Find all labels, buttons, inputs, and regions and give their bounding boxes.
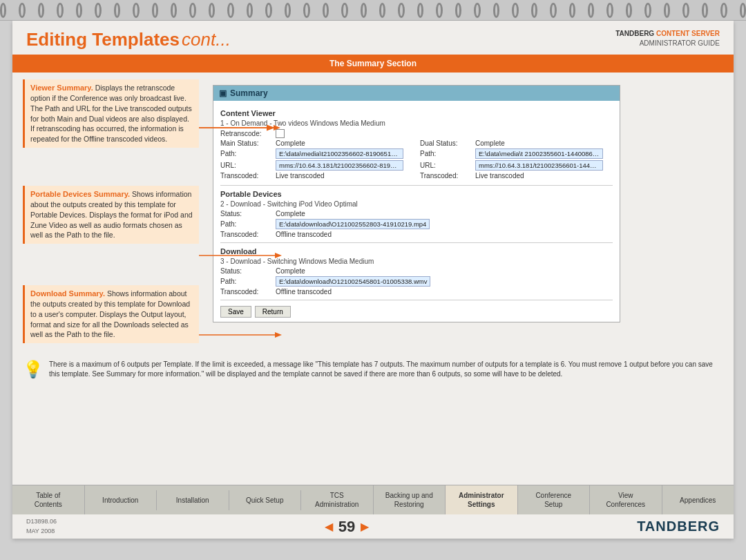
spiral-coil bbox=[76, 3, 82, 18]
spiral-coil bbox=[265, 3, 271, 18]
portable-devices-title: Portable Devices bbox=[220, 190, 613, 198]
page-footer: D13898.06 MAY 2008 ◀ 59 ▶ TANDBERG bbox=[12, 514, 734, 539]
main-transcoded-value: Live transcoded bbox=[276, 172, 325, 180]
nav-tab-backup[interactable]: Backing up andRestoring bbox=[374, 485, 446, 514]
download-transcoded-row: Transcoded: Offline transcoded bbox=[220, 288, 613, 296]
main-status-row: Main Status: Complete bbox=[220, 139, 413, 147]
spiral-coil bbox=[664, 3, 670, 18]
status-dual-row: Main Status: Complete Dual Status: Compl… bbox=[220, 139, 613, 148]
tip-section: 💡 There is a maximum of 6 outputs per Te… bbox=[23, 360, 723, 379]
main-transcoded-col: Transcoded: Live transcoded bbox=[220, 172, 413, 181]
spiral-coil bbox=[550, 3, 556, 18]
nav-tab-toc[interactable]: Table ofContents bbox=[12, 485, 85, 514]
nav-tab-install[interactable]: Installation bbox=[157, 490, 229, 510]
portable-transcoded-row: Transcoded: Offline transcoded bbox=[220, 231, 613, 238]
bottom-nav: Table ofContents Introduction Installati… bbox=[12, 485, 734, 514]
download-status-row: Status: Complete bbox=[220, 267, 613, 275]
dual-url-label: URL: bbox=[420, 162, 475, 169]
main-path-col: Path: E:\data\media\t21002356602-8190651… bbox=[220, 148, 413, 160]
spiral-coil bbox=[436, 3, 442, 18]
download-path-value: E:\data\download\O121002545801-01005338.… bbox=[276, 276, 430, 287]
spiral-coil bbox=[303, 3, 309, 18]
main-path-label: Path: bbox=[220, 150, 276, 157]
dual-status-value: Complete bbox=[475, 139, 505, 147]
main-path-row: Path: E:\data\media\t21002356602-8190651… bbox=[220, 148, 413, 159]
footer-doc: D13898.06 MAY 2008 bbox=[26, 517, 57, 536]
spiral-coil bbox=[644, 3, 651, 18]
spiral-coil bbox=[702, 3, 708, 18]
dual-transcoded-value: Live transcoded bbox=[475, 172, 524, 180]
spiral-coil bbox=[285, 3, 291, 18]
summary-box-title: Summary bbox=[230, 88, 268, 98]
spiral-coil bbox=[152, 3, 158, 18]
portable-transcoded-label: Transcoded: bbox=[220, 231, 276, 238]
spiral-coil bbox=[171, 3, 177, 18]
page-title: Editing Templates cont... bbox=[26, 29, 231, 50]
content-viewer-title: Content Viewer bbox=[220, 109, 613, 117]
path-dual-row: Path: E:\data\media\t21002356602-8190651… bbox=[220, 148, 613, 160]
main-transcoded-label: Transcoded: bbox=[220, 172, 276, 180]
spiral-coil bbox=[189, 3, 195, 18]
download-path-row: Path: E:\data\download\O121002545801-010… bbox=[220, 276, 613, 287]
retranscode-label: Retranscode: bbox=[220, 130, 276, 137]
retranscode-checkbox[interactable] bbox=[276, 129, 285, 138]
save-button[interactable]: Save bbox=[220, 306, 251, 318]
dual-status-col: Dual Status: Complete bbox=[420, 139, 613, 148]
next-page-icon[interactable]: ▶ bbox=[361, 520, 369, 533]
portable-transcoded-value: Offline transcoded bbox=[276, 231, 332, 238]
portable-devices-sub: 2 - Download - Switching iPod Video Opti… bbox=[220, 200, 613, 208]
portable-summary-section: Portable Devices Summary. Shows informat… bbox=[23, 186, 199, 244]
nav-tab-quicksetup[interactable]: Quick Setup bbox=[229, 490, 302, 510]
main-url-row: URL: mms://10.64.3.181/t21002356602-8190… bbox=[220, 160, 413, 171]
prev-page-icon[interactable]: ◀ bbox=[325, 520, 333, 533]
spiral-coil bbox=[379, 3, 385, 18]
download-transcoded-label: Transcoded: bbox=[220, 288, 276, 296]
spiral-coil bbox=[95, 3, 101, 18]
spiral-coil bbox=[57, 3, 63, 18]
collapse-icon[interactable]: ▣ bbox=[219, 88, 227, 98]
spiral-coil bbox=[361, 3, 367, 18]
spiral-coil bbox=[455, 3, 461, 18]
spiral-coil bbox=[133, 3, 139, 18]
spiral-coil bbox=[512, 3, 518, 18]
page-number: 59 bbox=[338, 518, 355, 536]
right-panel: ▣ Summary Content Viewer 1 - On Demand -… bbox=[209, 73, 734, 354]
nav-tab-view[interactable]: ViewConferences bbox=[590, 485, 662, 514]
portable-path-row: Path: E:\data\download\O121002552803-419… bbox=[220, 219, 613, 229]
nav-tab-tcs[interactable]: TCSAdministration bbox=[301, 485, 374, 514]
url-dual-row: URL: mms://10.64.3.181/t21002356602-8190… bbox=[220, 160, 613, 172]
section-title-text: The Summary Section bbox=[329, 59, 417, 68]
footer-doc-number: D13898.06 bbox=[26, 518, 57, 525]
spiral-binding bbox=[0, 0, 746, 21]
spiral-coil bbox=[720, 3, 727, 18]
dual-url-col: URL: mms://10.64.3.181/t21002356601-1440… bbox=[420, 160, 613, 172]
main-path-value: E:\data\media\t21002356602-81906519.wmv bbox=[276, 148, 403, 159]
spiral-coil bbox=[417, 3, 423, 18]
dual-transcoded-row: Transcoded: Live transcoded bbox=[420, 172, 613, 180]
return-button[interactable]: Return bbox=[255, 306, 291, 318]
nav-tab-conference[interactable]: ConferenceSetup bbox=[518, 485, 591, 514]
spiral-coil bbox=[19, 3, 25, 18]
spiral-coil bbox=[588, 3, 594, 18]
portable-summary-title: Portable Devices Summary. bbox=[30, 190, 130, 198]
viewer-summary-body: Viewer Summary. Displays the retranscode… bbox=[30, 83, 193, 144]
spiral-coil bbox=[0, 3, 6, 18]
download-transcoded-value: Offline transcoded bbox=[276, 288, 332, 296]
dual-url-row: URL: mms://10.64.3.181/t21002356601-1440… bbox=[420, 160, 613, 171]
brand-content-server: CONTENT SERVER bbox=[656, 30, 720, 37]
spiral-coil bbox=[569, 3, 575, 18]
spiral-coil bbox=[740, 3, 746, 18]
spiral-coil bbox=[682, 3, 689, 18]
portable-summary-body: Portable Devices Summary. Shows informat… bbox=[30, 189, 193, 240]
nav-tab-appendices[interactable]: Appendices bbox=[662, 490, 734, 510]
action-buttons-row: Save Return bbox=[220, 306, 613, 318]
nav-tab-admin[interactable]: AdministratorSettings bbox=[446, 485, 518, 514]
left-panel: Viewer Summary. Displays the retranscode… bbox=[12, 73, 209, 354]
dual-transcoded-label: Transcoded: bbox=[420, 172, 475, 180]
main-status-label: Main Status: bbox=[220, 139, 276, 147]
main-status-value: Complete bbox=[276, 139, 305, 147]
page-title-main: Editing Templates bbox=[26, 29, 180, 50]
portable-status-value: Complete bbox=[276, 210, 305, 218]
nav-tab-intro[interactable]: Introduction bbox=[85, 490, 157, 510]
page-title-cont: cont... bbox=[182, 29, 231, 50]
